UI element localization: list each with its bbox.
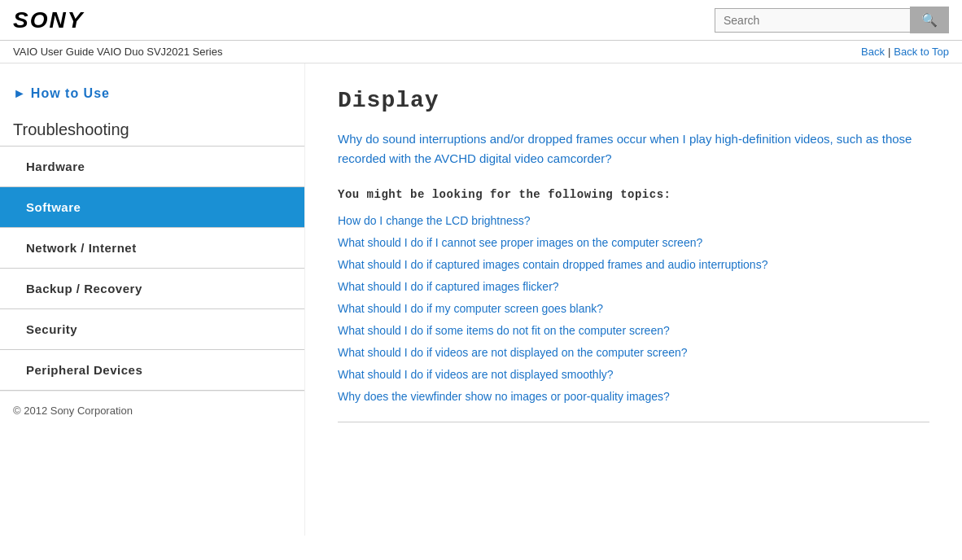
sidebar-item-software[interactable]: Software	[0, 187, 304, 228]
topic-link[interactable]: What should I do if videos are not displ…	[338, 366, 929, 383]
sidebar-item-backup-recovery[interactable]: Backup / Recovery	[0, 269, 304, 309]
breadcrumb: VAIO User Guide VAIO Duo SVJ2021 Series	[13, 46, 222, 58]
topic-link[interactable]: What should I do if captured images flic…	[338, 278, 929, 295]
content-title: Display	[338, 88, 929, 113]
topics-list: How do I change the LCD brightness?What …	[338, 212, 929, 405]
topic-link[interactable]: How do I change the LCD brightness?	[338, 212, 929, 230]
logo-area: SONY	[13, 7, 84, 33]
content-area: Display Why do sound interruptions and/o…	[305, 63, 962, 536]
copyright: © 2012 Sony Corporation	[13, 405, 133, 417]
troubleshooting-header: Troubleshooting	[0, 114, 304, 147]
sidebar-item-security[interactable]: Security	[0, 309, 304, 350]
topic-link[interactable]: What should I do if some items do not fi…	[338, 322, 929, 339]
search-icon: 🔍	[921, 12, 938, 28]
topics-header: You might be looking for the following t…	[338, 188, 929, 201]
sony-logo: SONY	[13, 7, 84, 33]
search-area: 🔍	[715, 7, 949, 33]
back-to-top-link[interactable]: Back to Top	[894, 46, 949, 58]
topic-link[interactable]: What should I do if captured images cont…	[338, 256, 929, 273]
sidebar-item-peripheral-devices[interactable]: Peripheral Devices	[0, 350, 304, 391]
sidebar-item-network-internet[interactable]: Network / Internet	[0, 228, 304, 269]
how-to-use-label: How to Use	[31, 86, 110, 101]
nav-separator: |	[888, 46, 890, 58]
chevron-right-icon: ►	[13, 86, 26, 101]
topic-link[interactable]: What should I do if videos are not displ…	[338, 344, 929, 361]
nav-links: Back | Back to Top	[861, 46, 949, 58]
topic-link[interactable]: Why does the viewfinder show no images o…	[338, 388, 929, 405]
nav-bar: VAIO User Guide VAIO Duo SVJ2021 Series …	[0, 41, 962, 63]
topic-link[interactable]: What should I do if I cannot see proper …	[338, 234, 929, 252]
search-input[interactable]	[715, 8, 910, 33]
sidebar: ► How to Use Troubleshooting Hardware So…	[0, 63, 305, 536]
footer: © 2012 Sony Corporation	[0, 391, 304, 430]
topic-link[interactable]: What should I do if my computer screen g…	[338, 300, 929, 317]
header: SONY 🔍	[0, 0, 962, 41]
main: ► How to Use Troubleshooting Hardware So…	[0, 63, 962, 536]
how-to-use[interactable]: ► How to Use	[0, 80, 304, 114]
content-divider	[338, 422, 929, 422]
back-link[interactable]: Back	[861, 46, 885, 58]
content-question: Why do sound interruptions and/or droppe…	[338, 129, 929, 168]
sidebar-item-hardware[interactable]: Hardware	[0, 147, 304, 187]
search-button[interactable]: 🔍	[910, 7, 949, 33]
